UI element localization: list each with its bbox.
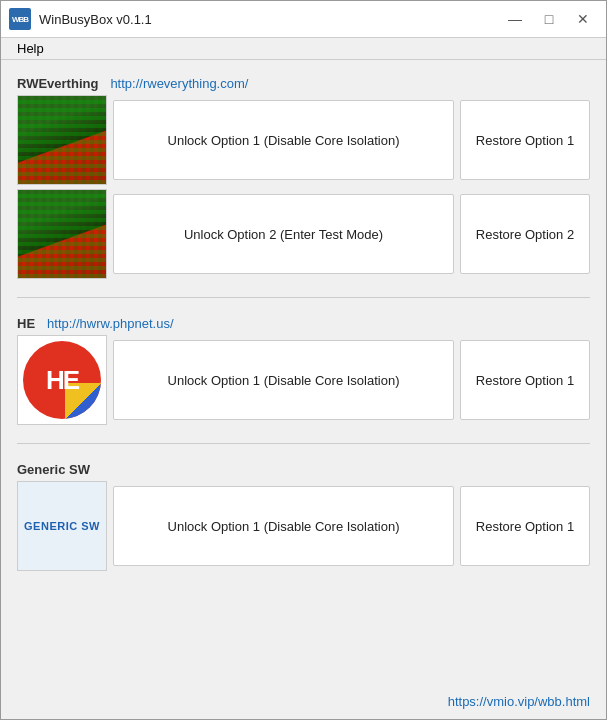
gsw-icon: GENERIC SW — [17, 481, 107, 571]
rweverything-header: RWEverthing http://rweverything.com/ — [17, 76, 590, 91]
he-header: HE http://hwrw.phpnet.us/ — [17, 316, 590, 331]
help-menu[interactable]: Help — [11, 39, 50, 58]
divider-1 — [17, 297, 590, 298]
window-controls: — □ ✕ — [500, 7, 598, 31]
section-rweverything: RWEverthing http://rweverything.com/ Unl… — [17, 72, 590, 283]
content-area: RWEverthing http://rweverything.com/ Unl… — [1, 60, 606, 688]
gsw-unlock-1-button[interactable]: Unlock Option 1 (Disable Core Isolation) — [113, 486, 454, 566]
footer: https://vmio.vip/wbb.html — [1, 688, 606, 719]
gsw-icon-inner: GENERIC SW — [18, 482, 106, 570]
main-window: WBB WinBusyBox v0.1.1 — □ ✕ Help RWEvert… — [0, 0, 607, 720]
title-bar: WBB WinBusyBox v0.1.1 — □ ✕ — [1, 1, 606, 38]
he-row-1: HE Unlock Option 1 (Disable Core Isolati… — [17, 335, 590, 425]
close-button[interactable]: ✕ — [568, 7, 598, 31]
window-title: WinBusyBox v0.1.1 — [39, 12, 500, 27]
gsw-restore-1-button[interactable]: Restore Option 1 — [460, 486, 590, 566]
rwe-icon-2 — [17, 189, 107, 279]
maximize-button[interactable]: □ — [534, 7, 564, 31]
section-he: HE http://hwrw.phpnet.us/ HE Unlock Opti… — [17, 312, 590, 429]
he-icon-text: HE — [46, 365, 78, 396]
genericsw-header: Generic SW — [17, 462, 590, 477]
rwe-icon-1 — [17, 95, 107, 185]
he-link[interactable]: http://hwrw.phpnet.us/ — [47, 316, 173, 331]
footer-link[interactable]: https://vmio.vip/wbb.html — [448, 694, 590, 709]
he-unlock-1-button[interactable]: Unlock Option 1 (Disable Core Isolation) — [113, 340, 454, 420]
rwe-row-2: Unlock Option 2 (Enter Test Mode) Restor… — [17, 189, 590, 279]
he-icon: HE — [17, 335, 107, 425]
rwe-restore-2-button[interactable]: Restore Option 2 — [460, 194, 590, 274]
gsw-icon-text: GENERIC SW — [24, 520, 100, 532]
rwe-unlock-1-button[interactable]: Unlock Option 1 (Disable Core Isolation) — [113, 100, 454, 180]
rweverything-label: RWEverthing — [17, 76, 98, 91]
he-icon-inner: HE — [18, 336, 106, 424]
rwe-icon-graphic-2 — [18, 190, 106, 278]
minimize-button[interactable]: — — [500, 7, 530, 31]
rweverything-link[interactable]: http://rweverything.com/ — [110, 76, 248, 91]
gsw-row-1: GENERIC SW Unlock Option 1 (Disable Core… — [17, 481, 590, 571]
menu-bar: Help — [1, 38, 606, 60]
app-icon: WBB — [9, 8, 31, 30]
divider-2 — [17, 443, 590, 444]
he-circle: HE — [23, 341, 101, 419]
rwe-unlock-2-button[interactable]: Unlock Option 2 (Enter Test Mode) — [113, 194, 454, 274]
rwe-icon-graphic — [18, 96, 106, 184]
rwe-row-1: Unlock Option 1 (Disable Core Isolation)… — [17, 95, 590, 185]
rwe-restore-1-button[interactable]: Restore Option 1 — [460, 100, 590, 180]
he-label: HE — [17, 316, 35, 331]
section-genericsw: Generic SW GENERIC SW Unlock Option 1 (D… — [17, 458, 590, 575]
he-restore-1-button[interactable]: Restore Option 1 — [460, 340, 590, 420]
genericsw-label: Generic SW — [17, 462, 90, 477]
